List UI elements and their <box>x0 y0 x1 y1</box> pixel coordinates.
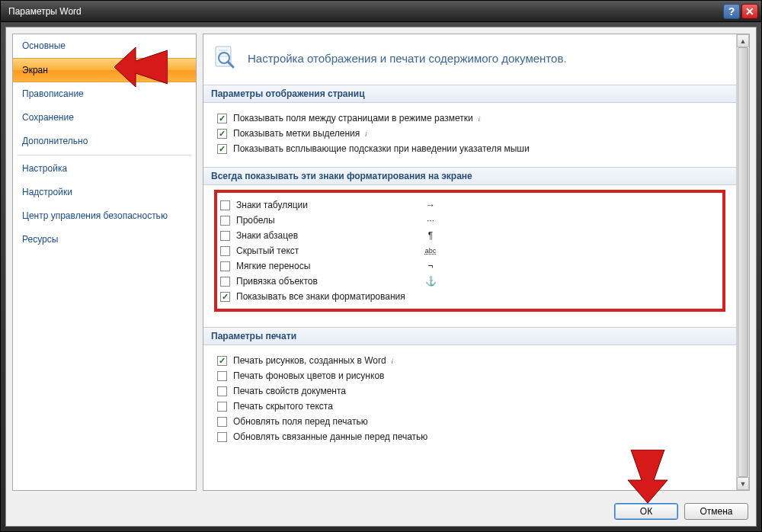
window-title: Параметры Word <box>8 6 723 17</box>
content-scroll: Настройка отображения и печати содержимо… <box>203 34 736 490</box>
category-sidebar: Основные Экран Правописание Сохранение Д… <box>12 34 197 491</box>
option-label: Печать рисунков, созданных в Wordi <box>233 355 397 366</box>
dialog-body: Основные Экран Правописание Сохранение Д… <box>5 27 757 527</box>
sidebar-item-save[interactable]: Сохранение <box>13 106 196 130</box>
content-panel: Настройка отображения и печати содержимо… <box>203 34 750 491</box>
option-update-linked[interactable]: Обновлять связанные данные перед печатью <box>217 429 722 444</box>
scroll-up-arrow[interactable]: ▲ <box>737 34 749 47</box>
cancel-button[interactable]: Отмена <box>684 503 748 520</box>
ok-button[interactable]: ОК <box>614 503 678 520</box>
info-icon[interactable]: i <box>388 357 397 366</box>
checkbox-icon[interactable] <box>220 246 230 256</box>
sidebar-separator <box>18 155 191 155</box>
option-show-all-marks[interactable]: Показывать все знаки форматирования <box>220 289 719 304</box>
checkbox-icon[interactable] <box>217 432 227 442</box>
section-page-display: Показывать поля между страницами в режим… <box>203 103 736 167</box>
option-label: Показывать метки выделенияi <box>233 128 370 139</box>
section-printing-header: Параметры печати <box>203 327 736 345</box>
option-hidden-text[interactable]: Скрытый текст abc <box>220 243 719 258</box>
checkbox-icon[interactable] <box>217 129 227 139</box>
option-tab-marks[interactable]: Знаки табуляции → <box>220 197 719 213</box>
option-label: Показывать всплывающие подсказки при нав… <box>233 143 530 154</box>
checkbox-icon[interactable] <box>217 114 227 123</box>
option-label: Мягкие переносы <box>236 261 419 271</box>
option-print-word-drawings[interactable]: Печать рисунков, созданных в Wordi <box>217 353 722 368</box>
checkbox-icon[interactable] <box>217 417 227 427</box>
checkbox-icon[interactable] <box>220 231 230 241</box>
tab-symbol-icon: → <box>419 200 442 210</box>
sidebar-item-general[interactable]: Основные <box>13 34 196 58</box>
sidebar-item-addins[interactable]: Надстройки <box>13 181 196 204</box>
option-soft-hyphens[interactable]: Мягкие переносы ¬ <box>220 258 719 274</box>
help-button[interactable]: ? <box>723 4 740 19</box>
scroll-thumb[interactable] <box>738 47 748 477</box>
option-print-hidden[interactable]: Печать скрытого текста <box>217 399 722 414</box>
section-page-display-header: Параметры отображения страниц <box>203 85 736 103</box>
option-label: Привязка объектов <box>236 276 419 287</box>
option-label: Обновлять связанные данные перед печатью <box>233 431 427 442</box>
space-symbol-icon: ··· <box>419 215 442 226</box>
option-label: Печать скрытого текста <box>233 401 333 412</box>
hyphen-symbol-icon: ¬ <box>419 261 442 271</box>
info-icon[interactable]: i <box>361 130 370 139</box>
sidebar-item-customize[interactable]: Настройка <box>13 157 196 181</box>
checkbox-icon[interactable] <box>220 200 230 210</box>
scroll-down-arrow[interactable]: ▼ <box>737 477 749 490</box>
titlebar-buttons: ? ✕ <box>723 4 758 19</box>
checkbox-icon[interactable] <box>220 216 230 226</box>
sidebar-item-trust-center[interactable]: Центр управления безопасностью <box>13 204 196 228</box>
option-paragraph-marks[interactable]: Знаки абзацев ¶ <box>220 228 719 243</box>
option-label: Показывать поля между страницами в режим… <box>233 113 484 123</box>
option-show-selection-marks[interactable]: Показывать метки выделенияi <box>217 126 722 141</box>
option-show-page-margins[interactable]: Показывать поля между страницами в режим… <box>217 111 722 126</box>
option-update-fields[interactable]: Обновлять поля перед печатью <box>217 414 722 429</box>
checkbox-icon[interactable] <box>217 386 227 396</box>
section-formatting-marks-header: Всегда показывать эти знаки форматирован… <box>203 167 736 185</box>
option-print-properties[interactable]: Печать свойств документа <box>217 383 722 399</box>
hidden-text-symbol-icon: abc <box>419 247 442 255</box>
dialog-window: Параметры Word ? ✕ Основные Экран Правоп… <box>0 0 762 532</box>
dialog-footer: ОК Отмена <box>6 497 756 526</box>
option-label: Пробелы <box>236 215 419 226</box>
sidebar-item-resources[interactable]: Ресурсы <box>13 228 196 252</box>
checkbox-icon[interactable] <box>217 402 227 412</box>
option-label: Знаки табуляции <box>236 200 419 210</box>
vertical-scrollbar[interactable]: ▲ ▼ <box>736 34 749 490</box>
magnifier-icon <box>213 45 239 71</box>
option-object-anchors[interactable]: Привязка объектов ⚓ <box>220 274 719 289</box>
page-header: Настройка отображения и печати содержимо… <box>203 34 736 85</box>
checkbox-icon[interactable] <box>217 356 227 366</box>
option-print-background[interactable]: Печать фоновых цветов и рисунков <box>217 368 722 383</box>
main-area: Основные Экран Правописание Сохранение Д… <box>6 27 756 497</box>
checkbox-icon[interactable] <box>217 144 227 154</box>
checkbox-icon[interactable] <box>217 371 227 381</box>
option-show-tooltips[interactable]: Показывать всплывающие подсказки при нав… <box>217 141 722 156</box>
option-label: Обновлять поля перед печатью <box>233 416 368 427</box>
checkbox-icon[interactable] <box>220 277 230 287</box>
option-label: Показывать все знаки форматирования <box>236 291 419 302</box>
section-formatting-marks: Знаки табуляции → Пробелы ··· Знаки абза… <box>203 185 736 327</box>
checkbox-icon[interactable] <box>220 292 230 302</box>
section-printing: Печать рисунков, созданных в Wordi Печат… <box>203 345 736 455</box>
close-button[interactable]: ✕ <box>741 4 758 19</box>
highlight-annotation: Знаки табуляции → Пробелы ··· Знаки абза… <box>214 190 725 312</box>
sidebar-item-proofing[interactable]: Правописание <box>13 82 196 106</box>
option-label: Печать свойств документа <box>233 386 346 396</box>
option-label: Знаки абзацев <box>236 230 419 241</box>
titlebar[interactable]: Параметры Word ? ✕ <box>1 1 761 22</box>
option-label: Печать фоновых цветов и рисунков <box>233 370 384 381</box>
sidebar-item-display[interactable]: Экран <box>13 58 196 82</box>
option-label: Скрытый текст <box>236 245 419 256</box>
sidebar-item-advanced[interactable]: Дополнительно <box>13 130 196 153</box>
info-icon[interactable]: i <box>475 114 484 123</box>
option-spaces[interactable]: Пробелы ··· <box>220 213 719 228</box>
anchor-symbol-icon: ⚓ <box>419 276 442 287</box>
paragraph-symbol-icon: ¶ <box>419 230 442 241</box>
checkbox-icon[interactable] <box>220 261 230 271</box>
page-header-text: Настройка отображения и печати содержимо… <box>248 52 567 65</box>
